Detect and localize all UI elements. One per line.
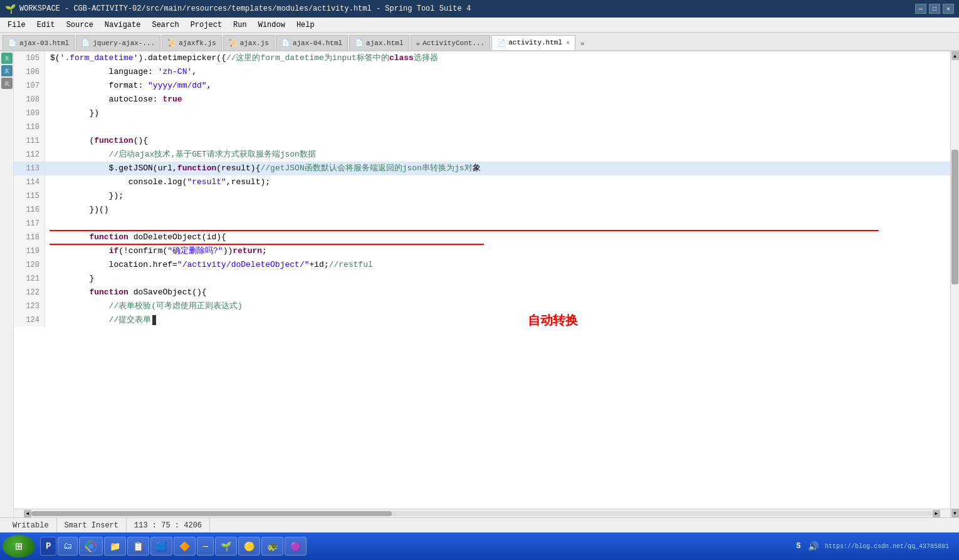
status-position: 113 : 75 : 4206 (127, 518, 210, 532)
taskbar-btn-orange[interactable]: 🔶 (174, 537, 196, 556)
taskbar-btn-yellow[interactable]: 🟡 (238, 537, 260, 556)
scroll-up-button[interactable]: ▲ (951, 51, 959, 60)
code-line-118: 118 function doDeleteObject(id){ (14, 231, 950, 244)
taskbar-icon-yellow: 🟡 (244, 541, 254, 552)
taskbar-icon-p: P (46, 541, 51, 551)
tab-icon-ajax-html: 📄 (355, 39, 364, 47)
tray-icon-volume[interactable]: 🔊 (807, 540, 820, 552)
tab-close-activity-html[interactable]: ✕ (566, 39, 570, 46)
taskbar-btn-blue[interactable]: 🟦 (150, 537, 172, 556)
line-content-120: location.href="/activity/doDeleteObject/… (45, 258, 950, 272)
code-line-123: 123 //表单校验(可考虑使用正则表达式) (14, 299, 950, 313)
tab-activity-html[interactable]: 📄 activity.html ✕ (491, 35, 575, 50)
scroll-down-button[interactable]: ▼ (951, 509, 959, 517)
horizontal-scrollbar[interactable]: ◀ ▶ (14, 509, 950, 517)
tab-ajax-html[interactable]: 📄 ajax.html (349, 35, 409, 50)
code-line-124: 124 //提交表单 (14, 313, 950, 327)
taskbar-btn-chrome[interactable] (79, 537, 103, 556)
line-content-113: $.getJSON(url,function(result){//getJSON… (45, 162, 950, 175)
sidebar-mini: 天 京 北 (0, 51, 14, 517)
minimize-button[interactable]: — (915, 4, 926, 14)
menu-source[interactable]: Source (61, 19, 98, 31)
taskbar-icon-dash: — (202, 541, 207, 551)
menu-file[interactable]: File (3, 19, 31, 31)
line-content-105: $('.form_datetime').datetimepicker({//这里… (45, 51, 950, 65)
line-num-106: 106 (14, 65, 45, 79)
taskbar-btn-folder[interactable]: 📁 (104, 537, 126, 556)
line-content-115: }); (45, 189, 950, 203)
taskbar-btn-spring[interactable]: 🌱 (215, 537, 237, 556)
sidebar-mini-item-1[interactable]: 天 (1, 53, 13, 64)
maximize-button[interactable]: □ (929, 4, 940, 14)
tray-url: https://blog.csdn.net/qq_43765881 (825, 543, 949, 550)
line-num-107: 107 (14, 79, 45, 93)
tab-jquery-ajax[interactable]: 📄 jquery-ajax-... (76, 35, 160, 50)
code-line-114: 114 console.log("result",result); (14, 175, 950, 189)
line-num-108: 108 (14, 93, 45, 106)
tab-icon-ajax-04: 📄 (281, 39, 290, 47)
line-content-109: }) (45, 106, 950, 120)
taskbar-btn-dash[interactable]: — (197, 537, 213, 556)
status-writable: Writable (5, 518, 57, 532)
menu-window[interactable]: Window (253, 19, 290, 31)
tab-ajax-04[interactable]: 📄 ajax-04.html (276, 35, 348, 50)
menu-edit[interactable]: Edit (32, 19, 60, 31)
menu-navigate[interactable]: Navigate (100, 19, 146, 31)
line-num-120: 120 (14, 258, 45, 272)
start-button[interactable]: ⊞ (3, 535, 35, 557)
title-bar: 🌱 WORKSPACE - CGB-ACTIVITY-02/src/main/r… (0, 0, 959, 18)
vertical-scrollbar[interactable]: ▲ ▼ (950, 51, 959, 517)
sidebar-mini-item-2[interactable]: 京 (1, 65, 13, 76)
line-content-122: function doSaveObject(){ (45, 286, 950, 299)
line-num-123: 123 (14, 299, 45, 313)
tab-ajaxfk[interactable]: 📜 ajaxfk.js (162, 35, 221, 50)
scroll-right-button[interactable]: ▶ (933, 510, 940, 517)
scroll-left-button[interactable]: ◀ (24, 510, 31, 517)
taskbar-btn-purple[interactable]: 🟣 (285, 537, 307, 556)
line-content-119: if(!confirm("确定删除吗?"))return; (45, 244, 950, 258)
menu-project[interactable]: Project (186, 19, 227, 31)
code-content[interactable]: 105 $('.form_datetime').datetimepicker({… (14, 51, 950, 509)
line-content-107: format: "yyyy/mm/dd", (45, 79, 950, 93)
code-line-113: 113 $.getJSON(url,function(result){//get… (14, 162, 950, 175)
tab-activity-cont[interactable]: ☕ ActivityCont... (411, 35, 491, 50)
code-line-120: 120 location.href="/activity/doDeleteObj… (14, 258, 950, 272)
taskbar-btn-turtle[interactable]: 🐢 (261, 537, 283, 556)
chrome-icon (85, 540, 97, 552)
menu-help[interactable]: Help (291, 19, 320, 31)
code-line-108: 108 autoclose: true (14, 93, 950, 106)
line-content-124: //提交表单 (45, 313, 950, 327)
tab-overflow-button[interactable]: » (577, 38, 589, 50)
status-insert-mode: Smart Insert (57, 518, 127, 532)
v-scrollbar-track[interactable] (951, 60, 959, 509)
code-line-116: 116 })() (14, 203, 950, 217)
code-area: 105 $('.form_datetime').datetimepicker({… (14, 51, 950, 517)
scrollbar-thumb[interactable] (31, 511, 392, 516)
taskbar-btn-p[interactable]: P (40, 537, 56, 556)
menu-run[interactable]: Run (228, 19, 252, 31)
code-line-109: 109 }) (14, 106, 950, 120)
close-button[interactable]: ✕ (943, 4, 954, 14)
code-line-117: 117 (14, 217, 950, 231)
menu-search[interactable]: Search (147, 19, 184, 31)
code-line-122: 122 function doSaveObject(){ (14, 286, 950, 299)
taskbar-icon-turtle: 🐢 (267, 541, 278, 552)
taskbar-icon-docs: 📋 (133, 541, 144, 552)
line-num-115: 115 (14, 189, 45, 203)
line-num-113: 113 (14, 162, 45, 175)
taskbar-icon-purple: 🟣 (290, 541, 301, 552)
line-num-109: 109 (14, 106, 45, 120)
taskbar-btn-explorer[interactable]: 🗂 (58, 537, 78, 556)
tab-ajax-js[interactable]: 📜 ajax.js (223, 35, 275, 50)
scrollbar-track[interactable] (31, 511, 933, 516)
v-scrollbar-thumb[interactable] (951, 150, 958, 284)
tab-ajax-03[interactable]: 📄 ajax-03.html (3, 35, 75, 50)
sidebar-mini-item-3[interactable]: 北 (1, 78, 13, 89)
line-content-117 (45, 217, 950, 231)
line-content-112: //启动ajax技术,基于GET请求方式获取服务端json数据 (45, 148, 950, 162)
line-num-117: 117 (14, 217, 45, 231)
taskbar-btn-docs[interactable]: 📋 (127, 537, 149, 556)
line-content-118: function doDeleteObject(id){ (45, 231, 950, 244)
line-content-110 (45, 120, 950, 134)
tray-icon-s[interactable]: S (792, 540, 805, 552)
